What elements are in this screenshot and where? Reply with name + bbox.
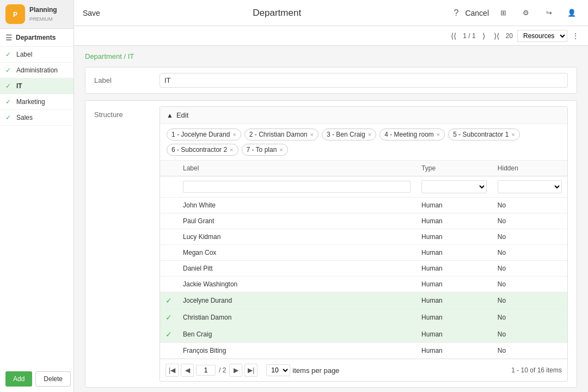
settings-icon[interactable]: ⚙ (518, 5, 534, 21)
table-row[interactable]: ✓ Christian Damon Human No (160, 309, 567, 326)
structure-section: Structure ▲ Edit 1 - Jocelyne Durand×2 -… (85, 100, 577, 388)
tpag-first-button[interactable]: |◀ (166, 364, 179, 377)
row-label-cell: Daniel Pitt (177, 261, 416, 277)
row-type-cell: Human (416, 277, 492, 292)
tpag-of-label: / 2 (219, 366, 226, 374)
th-check (160, 161, 177, 176)
row-check-cell (160, 198, 177, 213)
user-icon[interactable]: 👤 (564, 5, 579, 21)
tag-tag1: 1 - Jocelyne Durand× (167, 128, 241, 140)
sidebar-item-sales[interactable]: ✓ Sales (0, 110, 74, 126)
pag-next-button[interactable]: ⟩ (480, 30, 487, 41)
row-type-cell: Human (416, 229, 492, 245)
sidebar-item-label[interactable]: ✓ Label (0, 47, 74, 63)
resources-select[interactable]: Resources (517, 30, 567, 42)
check-icon: ✓ (5, 66, 13, 74)
more-options-icon[interactable]: ⋮ (572, 32, 579, 40)
table-row[interactable]: Daniel Pitt Human No (160, 261, 567, 277)
row-check-cell: ✓ (160, 292, 177, 309)
label-input[interactable] (160, 73, 568, 88)
filter-check-col (160, 176, 177, 198)
table-row[interactable]: Jackie Washington Human No (160, 277, 567, 292)
tag-close-icon[interactable]: × (310, 131, 314, 138)
pag-last-button[interactable]: ⟩⟨ (492, 30, 501, 41)
breadcrumb[interactable]: Department / IT (85, 52, 577, 60)
filter-row (160, 176, 567, 198)
table-pagination: |◀ ◀ / 2 ▶ ▶| 10 20 50 (160, 359, 567, 381)
help-icon[interactable]: ? (454, 8, 459, 18)
row-check-cell: ✓ (160, 309, 177, 326)
tag-label: 5 - Subcontractor 1 (453, 131, 509, 138)
table-row[interactable]: John White Human No (160, 198, 567, 213)
tpag-page-input[interactable] (196, 365, 216, 376)
type-filter-select[interactable] (421, 180, 487, 193)
row-hidden-cell: No (492, 198, 567, 213)
layers-icon[interactable]: ⊞ (495, 5, 511, 21)
table-row[interactable]: Paul Grant Human No (160, 213, 567, 229)
cancel-button[interactable]: Cancel (465, 9, 489, 17)
table-row[interactable]: ✓ Jocelyne Durand Human No (160, 292, 567, 309)
tag-label: 7 - To plan (247, 146, 277, 154)
structure-field-label: Structure (94, 106, 160, 119)
tag-close-icon[interactable]: × (511, 131, 514, 138)
tpag-range: 1 - 10 of 16 items (511, 366, 562, 374)
label-row: Label (85, 68, 577, 93)
items-per-page-select[interactable]: 10 20 50 (266, 364, 290, 376)
tag-close-icon[interactable]: × (232, 131, 236, 138)
tag-label: 3 - Ben Craig (327, 131, 365, 138)
menu-icon[interactable]: ☰ (5, 33, 13, 42)
sidebar-item-marketing[interactable]: ✓ Marketing (0, 94, 74, 110)
tag-label: 4 - Meeting room (384, 131, 434, 138)
row-hidden-cell: No (492, 277, 567, 292)
row-check-cell (160, 343, 177, 359)
add-button[interactable]: Add (5, 371, 32, 387)
tpag-last-button[interactable]: ▶| (244, 364, 258, 377)
structure-table: Label Type Hidden (160, 161, 567, 359)
row-type-cell: Human (416, 309, 492, 326)
row-check-cell: ✓ (160, 326, 177, 343)
tag-close-icon[interactable]: × (368, 131, 371, 138)
tag-close-icon[interactable]: × (279, 146, 283, 153)
label-field-wrapper (160, 73, 568, 88)
main-content: Save Department ? Cancel ⊞ ⚙ ↪ 👤 ⟨⟨ 1 / … (74, 0, 588, 392)
sidebar-nav-header: ☰ Departments (0, 29, 74, 47)
row-label-cell: Christian Damon (177, 309, 416, 326)
th-hidden: Hidden (492, 161, 567, 176)
tag-close-icon[interactable]: × (230, 146, 233, 153)
delete-button[interactable]: Delete (35, 371, 71, 387)
table-row[interactable]: ✓ Ben Craig Human No (160, 326, 567, 343)
hidden-filter-select[interactable] (498, 180, 562, 193)
tag-close-icon[interactable]: × (437, 131, 440, 138)
row-type-cell: Human (416, 213, 492, 229)
row-type-cell: Human (416, 343, 492, 359)
tpag-prev-button[interactable]: ◀ (181, 364, 194, 377)
sidebar-item-label-text: Label (16, 51, 32, 58)
items-per-page: 10 20 50 items per page (266, 364, 339, 376)
sidebar-header: P Planning PREMIUM (0, 0, 74, 29)
sidebar-item-administration[interactable]: ✓ Administration (0, 63, 74, 78)
sidebar-item-sales-text: Sales (16, 114, 33, 121)
label-filter-input[interactable] (183, 181, 411, 193)
pag-first-button[interactable]: ⟨⟨ (449, 30, 458, 41)
tag-label: 1 - Jocelyne Durand (171, 131, 230, 138)
tpag-next-button[interactable]: ▶ (229, 364, 242, 377)
save-button[interactable]: Save (83, 9, 100, 17)
topbar-icons: ⊞ ⚙ ↪ 👤 (495, 5, 579, 21)
table-row[interactable]: Megan Cox Human No (160, 245, 567, 261)
pagination-info: 1 / 1 (463, 32, 475, 40)
check-icon: ✓ (5, 51, 13, 58)
topbar-right: ? Cancel ⊞ ⚙ ↪ 👤 (454, 5, 580, 21)
label-section: Label (85, 67, 577, 94)
row-label-cell: John White (177, 198, 416, 213)
tag-tag7: 7 - To plan× (242, 144, 288, 156)
table-row[interactable]: François Biting Human No (160, 343, 567, 359)
check-icon: ✓ (5, 98, 13, 106)
sidebar-item-it[interactable]: ✓ IT (0, 78, 74, 94)
label-field-label: Label (94, 73, 160, 84)
app-logo: P (5, 4, 25, 24)
share-icon[interactable]: ↪ (541, 5, 556, 21)
row-label-cell: Megan Cox (177, 245, 416, 261)
structure-edit-toggle[interactable]: ▲ Edit (160, 107, 567, 124)
table-row[interactable]: Lucy Kidman Human No (160, 229, 567, 245)
row-check-cell (160, 229, 177, 245)
